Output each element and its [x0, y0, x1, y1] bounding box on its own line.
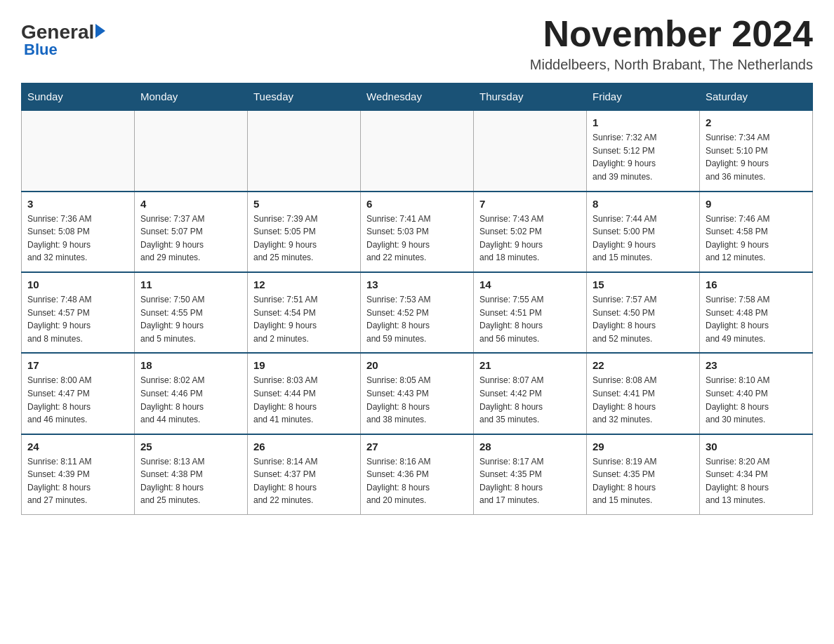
day-info: Sunrise: 7:43 AM Sunset: 5:02 PM Dayligh…	[479, 213, 581, 264]
calendar-cell	[361, 110, 474, 191]
calendar-cell: 29Sunrise: 8:19 AM Sunset: 4:35 PM Dayli…	[587, 434, 700, 515]
calendar-cell: 12Sunrise: 7:51 AM Sunset: 4:54 PM Dayli…	[248, 272, 361, 353]
calendar-cell: 8Sunrise: 7:44 AM Sunset: 5:00 PM Daylig…	[587, 192, 700, 272]
calendar-cell	[135, 110, 248, 191]
calendar-cell: 6Sunrise: 7:41 AM Sunset: 5:03 PM Daylig…	[361, 192, 474, 272]
calendar-cell: 4Sunrise: 7:37 AM Sunset: 5:07 PM Daylig…	[135, 192, 248, 272]
day-info: Sunrise: 7:50 AM Sunset: 4:55 PM Dayligh…	[140, 293, 241, 345]
calendar-cell: 10Sunrise: 7:48 AM Sunset: 4:57 PM Dayli…	[22, 272, 135, 353]
day-number: 10	[27, 279, 128, 290]
calendar-cell: 27Sunrise: 8:16 AM Sunset: 4:36 PM Dayli…	[361, 434, 474, 515]
day-number: 26	[253, 441, 355, 452]
day-number: 18	[140, 359, 241, 371]
calendar-cell: 25Sunrise: 8:13 AM Sunset: 4:38 PM Dayli…	[135, 434, 248, 515]
column-header-friday: Friday	[587, 83, 700, 111]
calendar-cell	[474, 110, 587, 191]
day-info: Sunrise: 7:55 AM Sunset: 4:51 PM Dayligh…	[479, 293, 581, 345]
day-info: Sunrise: 8:20 AM Sunset: 4:34 PM Dayligh…	[706, 455, 807, 507]
day-info: Sunrise: 7:46 AM Sunset: 4:58 PM Dayligh…	[706, 213, 807, 264]
column-header-wednesday: Wednesday	[361, 83, 474, 111]
day-number: 14	[479, 279, 581, 290]
day-info: Sunrise: 8:05 AM Sunset: 4:43 PM Dayligh…	[366, 374, 468, 426]
day-info: Sunrise: 7:39 AM Sunset: 5:05 PM Dayligh…	[253, 213, 355, 264]
day-info: Sunrise: 7:37 AM Sunset: 5:07 PM Dayligh…	[140, 213, 241, 264]
calendar-week-5: 24Sunrise: 8:11 AM Sunset: 4:39 PM Dayli…	[22, 434, 813, 515]
day-info: Sunrise: 7:51 AM Sunset: 4:54 PM Dayligh…	[253, 293, 355, 345]
calendar-cell	[248, 110, 361, 191]
calendar-week-1: 1Sunrise: 7:32 AM Sunset: 5:12 PM Daylig…	[22, 110, 813, 191]
column-header-saturday: Saturday	[700, 83, 813, 111]
calendar-cell: 11Sunrise: 7:50 AM Sunset: 4:55 PM Dayli…	[135, 272, 248, 353]
logo-blue: Blue	[24, 41, 105, 59]
header: General Blue November 2024 Middelbeers, …	[21, 14, 813, 73]
calendar-cell: 1Sunrise: 7:32 AM Sunset: 5:12 PM Daylig…	[587, 110, 700, 191]
column-header-thursday: Thursday	[474, 83, 587, 111]
calendar: SundayMondayTuesdayWednesdayThursdayFrid…	[21, 83, 813, 515]
day-number: 13	[366, 279, 468, 290]
calendar-cell: 16Sunrise: 7:58 AM Sunset: 4:48 PM Dayli…	[700, 272, 813, 353]
day-info: Sunrise: 7:53 AM Sunset: 4:52 PM Dayligh…	[366, 293, 468, 345]
day-number: 1	[593, 116, 694, 128]
day-info: Sunrise: 7:34 AM Sunset: 5:10 PM Dayligh…	[706, 131, 807, 183]
day-info: Sunrise: 7:32 AM Sunset: 5:12 PM Dayligh…	[593, 131, 694, 183]
day-info: Sunrise: 7:36 AM Sunset: 5:08 PM Dayligh…	[27, 213, 128, 264]
day-info: Sunrise: 8:10 AM Sunset: 4:40 PM Dayligh…	[706, 374, 807, 426]
calendar-header-row: SundayMondayTuesdayWednesdayThursdayFrid…	[22, 83, 813, 111]
day-number: 19	[253, 359, 355, 371]
column-header-sunday: Sunday	[22, 83, 135, 111]
day-info: Sunrise: 8:08 AM Sunset: 4:41 PM Dayligh…	[593, 374, 694, 426]
day-info: Sunrise: 7:57 AM Sunset: 4:50 PM Dayligh…	[593, 293, 694, 345]
day-info: Sunrise: 8:16 AM Sunset: 4:36 PM Dayligh…	[366, 455, 468, 507]
calendar-cell: 7Sunrise: 7:43 AM Sunset: 5:02 PM Daylig…	[474, 192, 587, 272]
calendar-cell: 15Sunrise: 7:57 AM Sunset: 4:50 PM Dayli…	[587, 272, 700, 353]
day-info: Sunrise: 7:41 AM Sunset: 5:03 PM Dayligh…	[366, 213, 468, 264]
calendar-cell: 17Sunrise: 8:00 AM Sunset: 4:47 PM Dayli…	[22, 353, 135, 434]
calendar-week-3: 10Sunrise: 7:48 AM Sunset: 4:57 PM Dayli…	[22, 272, 813, 353]
calendar-cell: 2Sunrise: 7:34 AM Sunset: 5:10 PM Daylig…	[700, 110, 813, 191]
title-area: November 2024 Middelbeers, North Brabant…	[530, 14, 813, 73]
logo-area: General Blue	[21, 14, 105, 59]
day-number: 2	[706, 116, 807, 128]
day-number: 24	[27, 441, 128, 452]
day-info: Sunrise: 8:17 AM Sunset: 4:35 PM Dayligh…	[479, 455, 581, 507]
calendar-cell: 5Sunrise: 7:39 AM Sunset: 5:05 PM Daylig…	[248, 192, 361, 272]
calendar-cell: 21Sunrise: 8:07 AM Sunset: 4:42 PM Dayli…	[474, 353, 587, 434]
day-number: 8	[593, 198, 694, 210]
day-info: Sunrise: 8:11 AM Sunset: 4:39 PM Dayligh…	[27, 455, 128, 507]
day-number: 27	[366, 441, 468, 452]
logo-arrow-icon	[95, 24, 105, 38]
day-number: 7	[479, 198, 581, 210]
calendar-cell: 13Sunrise: 7:53 AM Sunset: 4:52 PM Dayli…	[361, 272, 474, 353]
day-number: 20	[366, 359, 468, 371]
calendar-cell: 28Sunrise: 8:17 AM Sunset: 4:35 PM Dayli…	[474, 434, 587, 515]
day-number: 21	[479, 359, 581, 371]
day-number: 22	[593, 359, 694, 371]
day-number: 17	[27, 359, 128, 371]
day-info: Sunrise: 8:14 AM Sunset: 4:37 PM Dayligh…	[253, 455, 355, 507]
day-info: Sunrise: 8:02 AM Sunset: 4:46 PM Dayligh…	[140, 374, 241, 426]
calendar-cell: 9Sunrise: 7:46 AM Sunset: 4:58 PM Daylig…	[700, 192, 813, 272]
day-number: 9	[706, 198, 807, 210]
day-info: Sunrise: 8:00 AM Sunset: 4:47 PM Dayligh…	[27, 374, 128, 426]
day-info: Sunrise: 8:13 AM Sunset: 4:38 PM Dayligh…	[140, 455, 241, 507]
calendar-cell: 23Sunrise: 8:10 AM Sunset: 4:40 PM Dayli…	[700, 353, 813, 434]
day-number: 30	[706, 441, 807, 452]
day-number: 11	[140, 279, 241, 290]
day-number: 25	[140, 441, 241, 452]
day-info: Sunrise: 8:07 AM Sunset: 4:42 PM Dayligh…	[479, 374, 581, 426]
day-number: 15	[593, 279, 694, 290]
day-info: Sunrise: 8:19 AM Sunset: 4:35 PM Dayligh…	[593, 455, 694, 507]
month-title: November 2024	[530, 14, 813, 54]
day-number: 29	[593, 441, 694, 452]
day-number: 12	[253, 279, 355, 290]
calendar-cell: 19Sunrise: 8:03 AM Sunset: 4:44 PM Dayli…	[248, 353, 361, 434]
calendar-cell: 26Sunrise: 8:14 AM Sunset: 4:37 PM Dayli…	[248, 434, 361, 515]
calendar-cell: 18Sunrise: 8:02 AM Sunset: 4:46 PM Dayli…	[135, 353, 248, 434]
day-info: Sunrise: 8:03 AM Sunset: 4:44 PM Dayligh…	[253, 374, 355, 426]
calendar-cell: 20Sunrise: 8:05 AM Sunset: 4:43 PM Dayli…	[361, 353, 474, 434]
column-header-monday: Monday	[135, 83, 248, 111]
day-info: Sunrise: 7:44 AM Sunset: 5:00 PM Dayligh…	[593, 213, 694, 264]
day-number: 4	[140, 198, 241, 210]
calendar-cell: 24Sunrise: 8:11 AM Sunset: 4:39 PM Dayli…	[22, 434, 135, 515]
day-number: 5	[253, 198, 355, 210]
